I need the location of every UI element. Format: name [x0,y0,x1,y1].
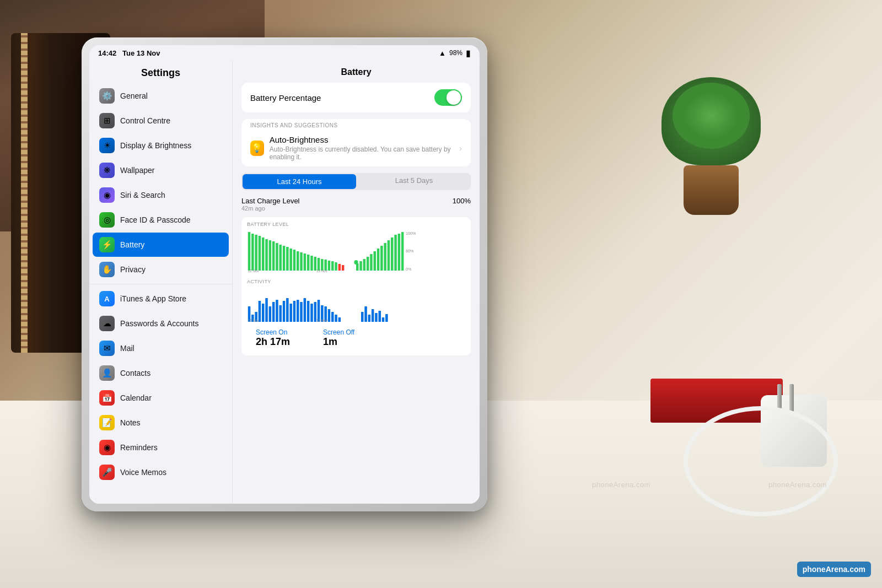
svg-rect-82 [385,314,388,322]
sidebar-item-passwords[interactable]: ☁ Passwords & Accounts [93,311,229,336]
svg-rect-31 [367,257,369,271]
sidebar-item-mail[interactable]: ✉ Mail [93,336,229,360]
sidebar-label-battery: Battery [120,240,144,249]
svg-rect-38 [391,238,394,271]
mail-icon: ✉ [99,341,115,356]
screen-on-time: 2h 17m [256,336,290,348]
svg-rect-77 [368,315,371,322]
last-charge-value: 100% [453,197,471,212]
sidebar-item-voice-memos[interactable]: 🎤 Voice Memos [93,460,229,484]
svg-rect-29 [359,261,362,271]
svg-rect-36 [384,243,386,271]
screen-off-label: Screen Off [323,328,354,336]
svg-rect-4 [262,238,265,271]
svg-rect-74 [338,317,341,322]
privacy-icon: ✋ [99,262,115,277]
reminders-icon: ◉ [99,440,115,455]
svg-point-42 [354,260,358,265]
sidebar-item-reminders[interactable]: ◉ Reminders [93,435,229,460]
svg-rect-64 [304,298,306,322]
svg-rect-56 [276,300,278,322]
svg-text:13 Nov: 13 Nov [316,269,328,273]
svg-rect-63 [300,302,303,322]
ipad-screen: 14:42 Tue 13 Nov ▲ 98% ▮ Settings ⚙️ Gen… [89,45,480,504]
battery-level-chart-label: BATTERY LEVEL [247,222,465,227]
plant-decoration [662,77,761,215]
svg-rect-0 [248,232,251,271]
passwords-icon: ☁ [99,316,115,331]
svg-rect-37 [388,240,390,271]
svg-rect-33 [374,251,377,271]
svg-rect-2 [255,235,257,271]
svg-rect-65 [307,301,310,322]
toggle-knob [447,90,461,105]
battery-percentage-toggle[interactable] [434,89,462,106]
svg-rect-12 [289,249,292,271]
sidebar-item-control-centre[interactable]: ⊞ Control Centre [93,109,229,133]
auto-brightness-subtitle: Auto-Brightness is currently disabled. Y… [270,145,460,161]
svg-text:80%: 80% [406,249,414,253]
svg-rect-5 [265,239,268,271]
svg-rect-73 [335,315,337,322]
svg-rect-6 [269,240,272,271]
battery-chart-container: BATTERY LEVEL [241,217,471,355]
sidebar-title: Settings [89,61,232,83]
svg-rect-9 [279,245,282,271]
svg-rect-80 [379,311,381,322]
sidebar-item-wallpaper[interactable]: ❋ Wallpaper [93,158,229,182]
svg-rect-57 [279,305,282,322]
sidebar-divider-1 [89,284,232,284]
sidebar-label-voice-memos: Voice Memos [120,468,166,477]
battery-status-text: 98% [449,49,462,57]
sidebar-item-display-brightness[interactable]: ☀ Display & Brightness [93,133,229,158]
sidebar-item-battery[interactable]: ⚡ Battery [93,233,229,257]
svg-rect-7 [272,241,275,271]
svg-rect-16 [304,253,306,271]
auto-brightness-row[interactable]: 💡 Auto-Brightness Auto-Brightness is cur… [241,130,471,166]
wallpaper-icon: ❋ [99,163,115,178]
battery-percentage-row: Battery Percentage [241,83,471,112]
battery-icon: ▮ [466,48,471,58]
sidebar-label-itunes: iTunes & App Store [120,294,186,303]
sidebar-item-notes[interactable]: 📝 Notes [93,411,229,435]
svg-text:13 Nov: 13 Nov [316,319,328,322]
tab-last-5-days[interactable]: Last 5 Days [357,173,471,190]
svg-text:12 Nov: 12 Nov [248,269,260,273]
sidebar-item-siri-search[interactable]: ◉ Siri & Search [93,183,229,207]
svg-rect-62 [297,300,299,322]
time-range-tabs[interactable]: Last 24 Hours Last 5 Days [241,173,471,190]
svg-rect-27 [342,265,345,271]
svg-rect-60 [289,304,292,322]
sidebar-label-privacy: Privacy [120,265,146,274]
status-bar: 14:42 Tue 13 Nov ▲ 98% ▮ [89,45,480,61]
svg-rect-76 [364,306,367,322]
sidebar-item-privacy[interactable]: ✋ Privacy [93,257,229,282]
sidebar-item-calendar[interactable]: 📅 Calendar [93,386,229,410]
svg-rect-10 [283,246,286,271]
tab-last-24-hours[interactable]: Last 24 Hours [243,174,356,189]
sidebar-item-itunes[interactable]: A iTunes & App Store [93,287,229,311]
svg-rect-8 [276,243,278,271]
sidebar-item-face-id[interactable]: ◎ Face ID & Passcode [93,208,229,232]
sidebar-item-contacts[interactable]: 👤 Contacts [93,361,229,385]
svg-rect-52 [262,304,265,322]
contacts-icon: 👤 [99,365,115,381]
svg-rect-79 [375,313,378,322]
status-time: 14:42 Tue 13 Nov [98,49,160,57]
general-icon: ⚙️ [99,88,115,104]
sidebar-label-reminders: Reminders [120,443,158,452]
sidebar[interactable]: Settings ⚙️ General ⊞ Control Centre ☀ D… [89,61,233,504]
sidebar-item-general[interactable]: ⚙️ General [93,84,229,108]
svg-rect-11 [286,247,289,271]
activity-chart-label: ACTIVITY [247,279,465,284]
svg-rect-25 [335,262,337,271]
insights-section: INSIGHTS AND SUGGESTIONS 💡 Auto-Brightne… [241,119,471,166]
sidebar-label-contacts: Contacts [120,369,150,377]
screen-on-container: Screen On 2h 17m [256,328,290,348]
svg-rect-14 [297,251,299,271]
status-right: ▲ 98% ▮ [439,48,471,58]
insights-label: INSIGHTS AND SUGGESTIONS [241,119,471,130]
plant-leaves [662,77,761,165]
activity-svg: 12 Nov 13 Nov [247,290,465,323]
svg-rect-41 [401,232,404,271]
